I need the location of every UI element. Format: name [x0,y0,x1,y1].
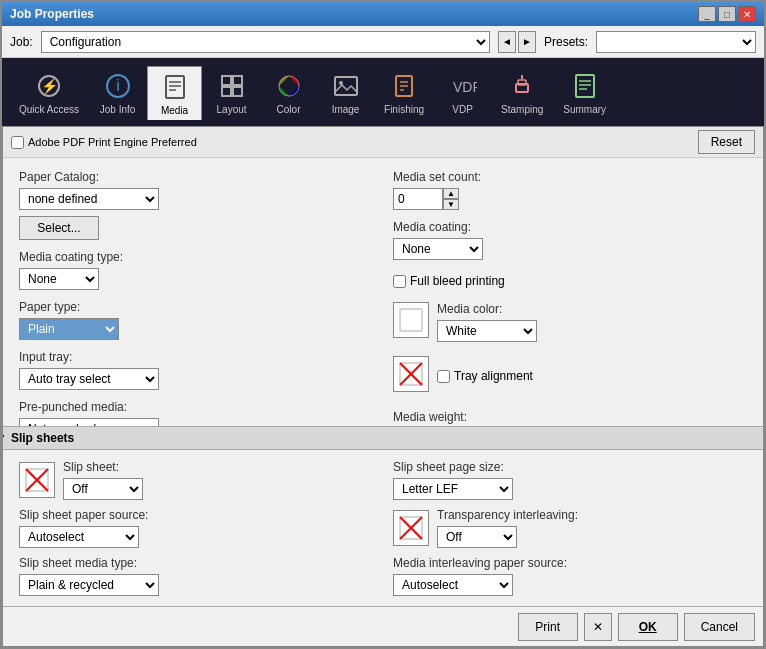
media-set-count-input[interactable] [393,188,443,210]
paper-catalog-select[interactable]: none defined [19,188,159,210]
tab-quick-access[interactable]: ⚡ Quick Access [10,65,88,120]
slip-sheet-label: Slip sheet: [63,460,143,474]
print-button[interactable]: Print [518,613,578,641]
tab-vdp-label: VDP [452,104,473,115]
presets-label: Presets: [544,35,588,49]
spin-up-button[interactable]: ▲ [443,188,459,199]
cancel-button[interactable]: Cancel [684,613,755,641]
svg-rect-4 [166,76,184,98]
svg-rect-8 [222,76,231,85]
scroll-area: Paper Catalog: none defined Select... Me… [3,158,763,606]
pre-punched-group: Pre-punched media: Not punched Punched [19,400,373,426]
slip-sheet-media-type-select[interactable]: Plain & recycled [19,574,159,596]
pre-punched-select[interactable]: Not punched Punched [19,418,159,426]
title-bar-buttons: _ □ ✕ [698,6,756,22]
media-coating-type-select[interactable]: None [19,268,99,290]
media-coating-type-group: Media coating type: None [19,250,373,290]
input-tray-select[interactable]: Auto tray select [19,368,159,390]
media-color-select[interactable]: White Yellow Blue Green [437,320,537,342]
tab-finishing-label: Finishing [384,104,424,115]
slip-sheet-group: Slip sheet: Off On [63,460,143,500]
media-coating-type-label: Media coating type: [19,250,373,264]
tab-layout[interactable]: Layout [204,65,259,120]
media-set-count-group: Media set count: ▲ ▼ [393,170,747,210]
job-info-icon: i [102,70,134,102]
nav-prev-button[interactable]: ◄ [498,31,516,53]
finishing-icon [388,70,420,102]
media-coating-select[interactable]: None Gloss Matte [393,238,483,260]
reset-button[interactable]: Reset [698,130,755,154]
job-select[interactable]: Configuration [41,31,490,53]
media-weight-label: Media weight: [393,410,747,424]
media-set-count-label: Media set count: [393,170,747,184]
nav-next-button[interactable]: ► [518,31,536,53]
tab-finishing[interactable]: Finishing [375,65,433,120]
input-tray-label: Input tray: [19,350,373,364]
adobe-bar: Adobe PDF Print Engine Preferred Reset [3,127,763,158]
tab-image[interactable]: Image [318,65,373,120]
close-button[interactable]: ✕ [738,6,756,22]
select-button[interactable]: Select... [19,216,99,240]
slip-sheet-paper-source-group: Slip sheet paper source: Autoselect [19,508,373,548]
media-coating-group: Media coating: None Gloss Matte [393,220,747,260]
spin-down-button[interactable]: ▼ [443,199,459,210]
tab-color[interactable]: Color [261,65,316,120]
svg-rect-9 [233,76,242,85]
slip-sheet-paper-source-select[interactable]: Autoselect [19,526,139,548]
input-tray-group: Input tray: Auto tray select [19,350,373,390]
slip-sheet-icon [19,462,55,498]
tray-alignment-icon [393,356,429,392]
pre-punched-row: Not punched Punched [19,418,373,426]
tray-alignment-label: Tray alignment [454,369,533,383]
minimize-button[interactable]: _ [698,6,716,22]
collapse-icon[interactable]: ▼ [3,431,7,445]
transparency-interleaving-select[interactable]: Off On [437,526,517,548]
full-bleed-row: Full bleed printing [393,274,747,288]
slip-sheet-select[interactable]: Off On [63,478,143,500]
slip-left: Slip sheet: Off On Slip sheet paper sour… [19,460,373,596]
quick-access-icon: ⚡ [33,70,65,102]
job-row: Job: Configuration ◄ ► Presets: [2,26,764,58]
tab-media[interactable]: Media [147,66,202,120]
slip-sheet-media-type-group: Slip sheet media type: Plain & recycled [19,556,373,596]
maximize-button[interactable]: □ [718,6,736,22]
media-interleaving-paper-source-label: Media interleaving paper source: [393,556,747,570]
media-interleaving-paper-source-select[interactable]: Autoselect [393,574,513,596]
title-bar: Job Properties _ □ ✕ [2,2,764,26]
input-tray-row: Auto tray select [19,368,373,390]
tab-summary-label: Summary [563,104,606,115]
vdp-icon: VDP [447,70,479,102]
tray-alignment-checkbox[interactable] [437,370,450,383]
full-bleed-checkbox[interactable] [393,275,406,288]
presets-select[interactable] [596,31,756,53]
tab-vdp[interactable]: VDP VDP [435,65,490,120]
bottom-bar: Print ✕ OK Cancel [3,606,763,646]
transparency-interleaving-row: Transparency interleaving: Off On [393,508,747,548]
tab-stamping[interactable]: Stamping [492,65,552,120]
tab-job-info[interactable]: i Job Info [90,65,145,120]
svg-rect-27 [400,309,422,331]
ok-button[interactable]: OK [618,613,678,641]
slip-sheet-page-size-select[interactable]: Letter LEF A4 Letter [393,478,513,500]
separator-button[interactable]: ✕ [584,613,612,641]
transparency-interleaving-group: Transparency interleaving: Off On [437,508,578,548]
media-color-icon [393,302,429,338]
svg-rect-21 [518,80,526,85]
media-coating-type-row: None [19,268,373,290]
adobe-pdf-checkbox[interactable] [11,136,24,149]
media-color-section: Media color: White Yellow Blue Green [393,302,747,342]
svg-text:⚡: ⚡ [41,78,59,95]
paper-catalog-row: none defined [19,188,373,210]
stamping-icon [506,70,538,102]
tab-quick-access-label: Quick Access [19,104,79,115]
layout-icon [216,70,248,102]
media-set-count-spinner: ▲ ▼ [443,188,459,210]
paper-type-select[interactable]: Plain Coated Thick [19,318,119,340]
slip-sheet-page-size-group: Slip sheet page size: Letter LEF A4 Lett… [393,460,747,500]
tab-summary[interactable]: Summary [554,65,615,120]
paper-type-group: Paper type: Plain Coated Thick [19,300,373,340]
right-column: Media set count: ▲ ▼ Media coating: [393,170,747,414]
media-settings: Paper Catalog: none defined Select... Me… [3,158,763,426]
tab-media-label: Media [161,105,188,116]
slip-sheets-section: ▼ Slip sheets Slip sheet: [3,426,763,606]
